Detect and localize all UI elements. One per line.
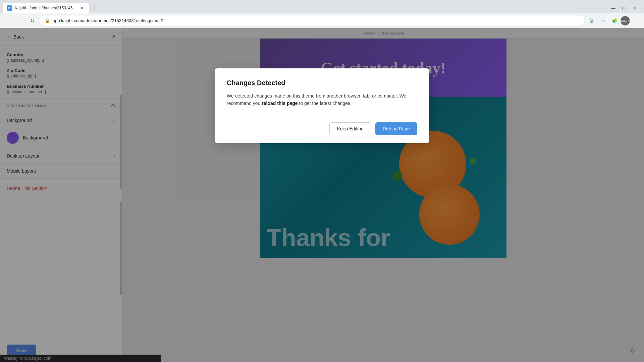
bookmark-button[interactable]: ☆ xyxy=(598,15,608,26)
address-bar[interactable]: 🔒 app.kajabi.com/admin/themes/2153146031… xyxy=(39,15,585,26)
reload-nav-button[interactable]: ↻ xyxy=(27,15,38,26)
tab-close-button[interactable]: ✕ xyxy=(79,5,85,11)
cast-button[interactable]: 📡 xyxy=(586,15,597,26)
modal-title: Changes Detected xyxy=(227,79,417,87)
tab-favicon: K xyxy=(7,5,12,11)
keep-editing-button[interactable]: Keep Editing xyxy=(329,122,371,135)
back-nav-button[interactable]: ← xyxy=(3,15,13,26)
minimize-button[interactable]: — xyxy=(609,4,617,12)
modal-body-bold-text: reload this page xyxy=(262,101,298,106)
forward-nav-button[interactable]: → xyxy=(15,15,25,26)
tab-title: Kajabi - /admin/themes/2153146… xyxy=(15,6,77,10)
reload-page-button[interactable]: Reload Page xyxy=(375,122,417,135)
maximize-button[interactable]: ◻ xyxy=(620,4,628,12)
browser-chrome: K Kajabi - /admin/themes/2153146… ✕ + — … xyxy=(0,0,644,28)
modal-footer: Keep Editing Reload Page xyxy=(215,117,429,143)
nav-bar: ← → ↻ 🔒 app.kajabi.com/admin/themes/2153… xyxy=(0,13,644,28)
lock-icon: 🔒 xyxy=(45,18,50,23)
menu-button[interactable]: ⋮ xyxy=(631,15,641,26)
modal-body-text: We detected changes made on this theme f… xyxy=(227,92,417,107)
modal-body-text-end: to get the latest changes. xyxy=(298,101,352,106)
new-tab-button[interactable]: + xyxy=(90,3,100,13)
close-window-button[interactable]: ✕ xyxy=(631,4,639,12)
modal-body: Changes Detected We detected changes mad… xyxy=(215,68,429,117)
changes-detected-modal: Changes Detected We detected changes mad… xyxy=(215,68,429,143)
window-controls: — ◻ ✕ xyxy=(609,4,641,12)
profile-button[interactable]: Incognito xyxy=(621,16,630,25)
modal-overlay: Changes Detected We detected changes mad… xyxy=(0,28,644,362)
active-tab[interactable]: K Kajabi - /admin/themes/2153146… ✕ xyxy=(3,3,89,13)
tab-bar: K Kajabi - /admin/themes/2153146… ✕ + — … xyxy=(0,0,644,13)
address-text: app.kajabi.com/admin/themes/2153146031/s… xyxy=(53,18,579,23)
nav-right-buttons: 📡 ☆ 🧩 Incognito ⋮ xyxy=(586,15,641,26)
